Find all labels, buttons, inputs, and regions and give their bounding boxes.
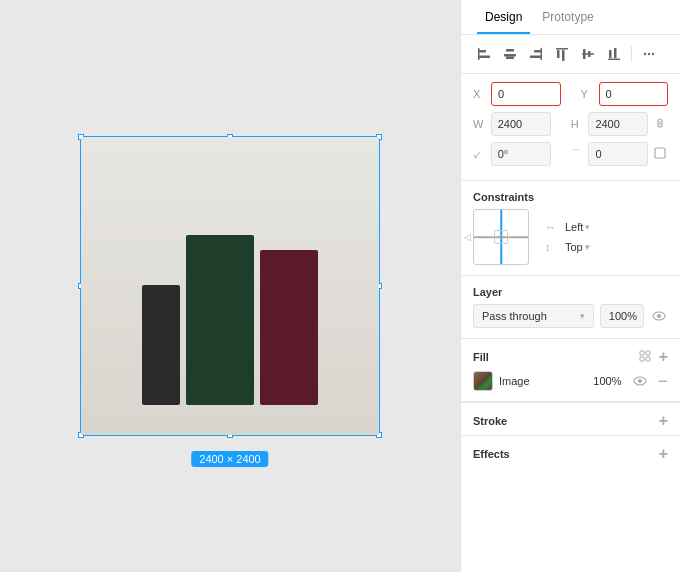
fill-title: Fill [473,351,489,363]
constraint-center[interactable] [494,230,508,244]
blend-mode-select[interactable]: Pass through ▾ [473,304,594,328]
fill-type-label: Image [499,375,587,387]
notebook-large [260,250,318,405]
constraint-selects: ↔ Left ▾ ↕ Top ▾ [545,221,590,253]
svg-rect-30 [646,357,650,361]
horizontal-constraint-select[interactable]: Left ▾ [565,221,590,233]
add-stroke-icon[interactable]: + [659,413,668,429]
align-left-icon[interactable] [473,43,495,65]
svg-rect-9 [557,50,560,58]
layer-opacity-input[interactable] [600,304,644,328]
svg-rect-14 [582,53,594,55]
constraints-section: ◁ ↔ Left ▾ ↕ Top ▾ [461,209,680,276]
more-options-icon[interactable] [638,43,660,65]
blend-mode-value: Pass through [482,310,547,322]
align-top-icon[interactable] [551,43,573,65]
svg-point-19 [648,53,650,55]
ribbon-large [229,431,232,435]
image-content [81,137,379,435]
wh-row: W H [473,112,668,136]
svg-rect-8 [541,48,543,60]
fill-row: Image 100% − [473,371,668,391]
canvas-content: 2400 × 2400 [70,126,390,446]
fill-thumbnail[interactable] [473,371,493,391]
resize-icon[interactable] [652,146,668,163]
h-label: H [571,118,585,130]
stroke-header: Stroke + [461,402,680,435]
toolbar-separator [631,46,632,62]
link-proportions-icon[interactable] [652,116,668,133]
right-panel: Design Prototype [460,0,680,572]
y-label: Y [581,88,595,100]
tab-design[interactable]: Design [477,0,530,34]
horizontal-constraint-value: Left [565,221,583,233]
constraints-header: Constraints [461,181,680,209]
vertical-constraint-row: ↕ Top ▾ [545,241,590,253]
svg-point-32 [638,379,642,383]
svg-rect-4 [504,54,516,57]
svg-rect-10 [562,50,565,61]
add-fill-icon[interactable]: + [659,349,668,365]
notebook-scene [81,137,379,435]
x-input[interactable] [491,82,561,106]
fill-grid-icon[interactable] [639,350,651,365]
svg-rect-28 [646,351,650,355]
y-input[interactable] [599,82,669,106]
remove-fill-icon[interactable]: − [657,372,668,390]
horizontal-constraint-row: ↔ Left ▾ [545,221,590,233]
notebook-medium [186,235,254,405]
position-props: X Y W H ↙ ⌒ [461,74,680,181]
layer-title: Layer [473,286,502,298]
svg-rect-17 [608,59,620,61]
fill-visibility-icon[interactable] [631,374,649,389]
svg-rect-7 [530,56,542,59]
blend-caret-icon: ▾ [580,311,585,321]
effects-header: Effects + [461,435,680,472]
svg-rect-5 [506,57,514,60]
layer-row: Pass through ▾ [473,304,668,328]
tab-prototype[interactable]: Prototype [534,0,601,34]
svg-rect-29 [640,357,644,361]
svg-point-26 [657,314,661,318]
svg-rect-3 [506,49,514,52]
constraints-layout: ◁ ↔ Left ▾ ↕ Top ▾ [473,209,668,265]
corner-icon: ⌒ [571,147,585,161]
v-caret-icon: ▾ [585,242,590,252]
align-bottom-icon[interactable] [603,43,625,65]
add-effect-icon[interactable]: + [659,446,668,462]
layer-section: Pass through ▾ [461,304,680,339]
align-center-v-icon[interactable] [577,43,599,65]
svg-rect-15 [609,50,612,58]
align-center-h-icon[interactable] [499,43,521,65]
tabs: Design Prototype [461,0,680,35]
corner-input[interactable] [588,142,648,166]
svg-rect-27 [640,351,644,355]
angle-input[interactable] [491,142,551,166]
effects-title: Effects [473,448,510,460]
svg-rect-2 [478,48,480,60]
size-label: 2400 × 2400 [191,451,268,467]
w-label: W [473,118,487,130]
constraint-box: ◁ [473,209,529,265]
svg-point-18 [644,53,646,55]
angle-icon: ↙ [473,149,487,160]
svg-rect-11 [556,48,568,50]
vertical-constraint-select[interactable]: Top ▾ [565,241,590,253]
stroke-title: Stroke [473,415,507,427]
align-right-icon[interactable] [525,43,547,65]
canvas: 2400 × 2400 [0,0,460,572]
layer-visibility-icon[interactable] [650,309,668,324]
svg-rect-1 [478,56,490,59]
align-toolbar [461,35,680,74]
notebook-small [142,285,180,405]
image-frame[interactable]: 2400 × 2400 [80,136,380,436]
fill-opacity-label: 100% [593,375,621,387]
v-constraint-icon: ↕ [545,241,559,253]
w-input[interactable] [491,112,551,136]
h-input[interactable] [588,112,648,136]
fill-section: Image 100% − [461,371,680,402]
angle-row: ↙ ⌒ [473,142,668,166]
fill-header: Fill + [461,339,680,371]
xy-row: X Y [473,82,668,106]
x-label: X [473,88,487,100]
